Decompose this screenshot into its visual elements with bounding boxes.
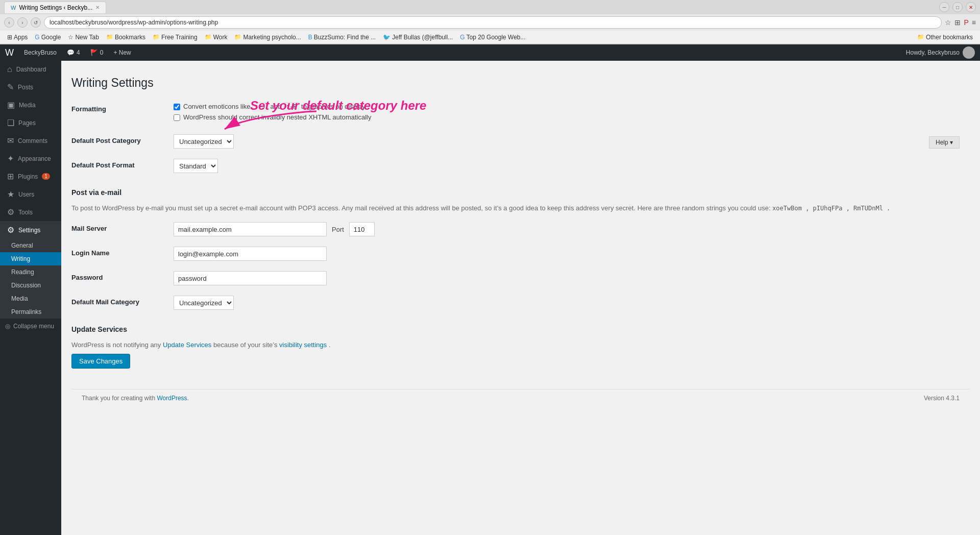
checkbox-emoticons-row: Convert emoticons like :-) and :-P to gr… — [174, 103, 970, 110]
password-input[interactable] — [174, 271, 327, 285]
bookmark-buzzsumo[interactable]: B BuzzSumo: Find the ... — [305, 33, 379, 42]
pending-icon: 🚩 — [90, 49, 98, 56]
sidebar-item-users[interactable]: ★ Users — [0, 185, 61, 203]
layers-icon[interactable]: ⊞ — [954, 18, 961, 27]
checkbox-xhtml[interactable] — [174, 114, 180, 121]
appearance-icon: ✦ — [7, 154, 14, 163]
adminbar-site-name[interactable]: BeckyBruso — [19, 44, 62, 61]
password-row: Password — [71, 266, 970, 290]
bookmark-free-training[interactable]: 📁 Free Training — [150, 33, 201, 42]
menu-icon[interactable]: ≡ — [972, 18, 976, 27]
checkbox-emoticons[interactable] — [174, 104, 180, 110]
footer-text: Thank you for creating with WordPress. — [82, 395, 189, 402]
submenu-media[interactable]: Media — [0, 292, 61, 305]
post-email-form-table: Mail Server Port Login Name — [71, 217, 970, 315]
adminbar-howdy: Howdy, Beckybruso — [906, 49, 960, 56]
checkbox-emoticons-label: Convert emoticons like :-) and :-P to gr… — [183, 103, 365, 110]
mail-server-input[interactable] — [174, 222, 327, 236]
sidebar-item-appearance[interactable]: ✦ Appearance — [0, 150, 61, 167]
jeffbullas-icon: 🐦 — [383, 34, 390, 41]
submenu-discussion[interactable]: Discussion — [0, 279, 61, 292]
browser-controls: ‹ › ↺ localhost/beckybruso/wordpress/wp-… — [0, 14, 980, 31]
folder-icon: 📁 — [234, 34, 241, 40]
wp-sidebar: ⌂ Dashboard ✎ Posts ▣ Media ❑ Pages ✉ Co… — [0, 61, 61, 535]
posts-icon: ✎ — [7, 82, 14, 92]
collapse-icon: ◎ — [5, 323, 10, 330]
sidebar-item-pages[interactable]: ❑ Pages — [0, 114, 61, 132]
tab-close-button[interactable]: ✕ — [95, 5, 100, 10]
settings-icon: ⚙ — [7, 225, 14, 235]
random-strings: xoeTwBom , pIUhqFPa , RmTUDnMl . — [772, 205, 890, 212]
plugins-icon: ⊞ — [7, 172, 14, 181]
sidebar-item-tools[interactable]: ⚙ Tools — [0, 203, 61, 221]
sidebar-item-settings[interactable]: ⚙ Settings — [0, 221, 61, 239]
maximize-button[interactable]: □ — [952, 2, 963, 12]
formatting-row: Formatting Convert emoticons like :-) an… — [71, 98, 970, 129]
default-mail-category-row: Default Mail Category Uncategorized — [71, 290, 970, 315]
login-name-row: Login Name — [71, 241, 970, 266]
checkbox-xhtml-label: WordPress should correct invalidly neste… — [183, 113, 371, 121]
visibility-settings-link[interactable]: visibility settings — [279, 341, 327, 349]
bookmark-google-web[interactable]: G Top 20 Google Web... — [457, 33, 528, 42]
default-mail-category-select[interactable]: Uncategorized — [174, 296, 234, 310]
default-post-category-select[interactable]: Uncategorized — [174, 134, 234, 149]
sidebar-item-media[interactable]: ▣ Media — [0, 96, 61, 114]
version-text: Version 4.3.1 — [924, 395, 960, 402]
update-services-link[interactable]: Update Services — [163, 341, 211, 349]
bookmark-other[interactable]: 📁 Other bookmarks — [914, 33, 976, 42]
save-changes-container: Save Changes — [71, 354, 970, 369]
users-icon: ★ — [7, 189, 14, 199]
sidebar-item-plugins[interactable]: ⊞ Plugins 1 — [0, 167, 61, 185]
wp-content: Help ▾ Writing Settings Formatting Conve… — [61, 61, 980, 535]
default-mail-category-label: Default Mail Category — [71, 290, 174, 315]
forward-button[interactable]: › — [17, 17, 28, 28]
sidebar-label-posts: Posts — [18, 84, 33, 91]
login-name-cell — [174, 241, 970, 266]
adminbar-new[interactable]: + New — [108, 44, 136, 61]
post-via-email-description: To post to WordPress by e-mail you must … — [71, 204, 970, 212]
bookmark-bookmarks[interactable]: 📁 Bookmarks — [103, 33, 149, 42]
mail-server-input-row: Port — [174, 222, 970, 236]
bookmark-work[interactable]: 📁 Work — [202, 33, 231, 42]
close-button[interactable]: ✕ — [966, 2, 976, 12]
browser-tab[interactable]: W Writing Settings ‹ Beckyb... ✕ — [4, 2, 106, 13]
default-mail-category-cell: Uncategorized — [174, 290, 970, 315]
port-input[interactable] — [349, 222, 375, 236]
submenu-reading[interactable]: Reading — [0, 265, 61, 279]
sidebar-item-dashboard[interactable]: ⌂ Dashboard — [0, 61, 61, 78]
browser-action-icons: ☆ ⊞ P ≡ — [945, 18, 976, 27]
star-icon[interactable]: ☆ — [945, 18, 951, 27]
pinterest-icon[interactable]: P — [964, 18, 968, 27]
checkbox-xhtml-row: WordPress should correct invalidly neste… — [174, 113, 970, 121]
submenu-general[interactable]: General — [0, 239, 61, 252]
wp-logo[interactable]: W — [5, 47, 14, 58]
bookmark-jeffbullas[interactable]: 🐦 Jeff Bullas (@jeffbull... — [380, 33, 456, 42]
reload-button[interactable]: ↺ — [31, 17, 41, 28]
bookmark-apps[interactable]: ⊞ Apps — [4, 33, 31, 42]
save-changes-button[interactable]: Save Changes — [71, 354, 130, 369]
wordpress-link[interactable]: WordPress — [157, 395, 187, 402]
back-button[interactable]: ‹ — [4, 17, 14, 28]
sidebar-label-settings: Settings — [18, 227, 40, 234]
bookmark-marketing[interactable]: 📁 Marketing psycholo... — [231, 33, 304, 42]
login-name-input[interactable] — [174, 247, 327, 261]
collapse-menu-button[interactable]: ◎ Collapse menu — [0, 319, 61, 334]
plugins-badge: 1 — [42, 173, 50, 180]
bookmark-google[interactable]: G Google — [32, 33, 64, 42]
default-post-format-select[interactable]: Standard — [174, 159, 218, 173]
sidebar-item-posts[interactable]: ✎ Posts — [0, 78, 61, 96]
mail-server-row: Mail Server Port — [71, 217, 970, 241]
port-label: Port — [332, 226, 344, 233]
address-bar[interactable]: localhost/beckybruso/wordpress/wp-admin/… — [44, 16, 942, 29]
adminbar-comments[interactable]: 💬 4 — [62, 44, 85, 61]
bookmark-new-tab[interactable]: ☆ New Tab — [65, 33, 102, 42]
minimize-button[interactable]: ─ — [939, 2, 949, 12]
buzzsumo-icon: B — [308, 34, 312, 41]
submenu-permalinks[interactable]: Permalinks — [0, 305, 61, 319]
login-name-label: Login Name — [71, 241, 174, 266]
adminbar-pending[interactable]: 🚩 0 — [85, 44, 109, 61]
sidebar-item-comments[interactable]: ✉ Comments — [0, 132, 61, 150]
submenu-writing[interactable]: Writing — [0, 252, 61, 265]
settings-submenu: General Writing Reading Discussion Media… — [0, 239, 61, 319]
mail-server-label: Mail Server — [71, 217, 174, 241]
